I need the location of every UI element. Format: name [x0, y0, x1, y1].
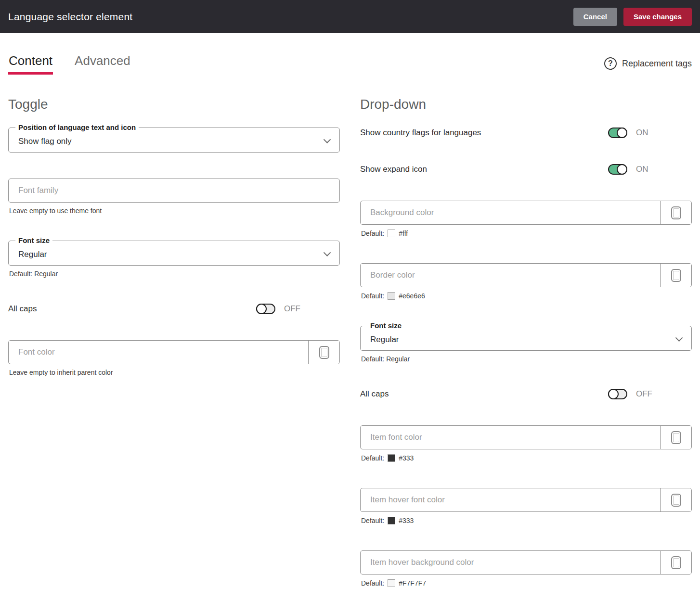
dropdown-all-caps-row: All caps OFF [360, 389, 692, 399]
settings-columns: Toggle Position of language text and ico… [8, 75, 692, 613]
page-title: Language selector element [8, 11, 132, 23]
dropdown-font-size-select[interactable]: Font size Regular [360, 326, 692, 351]
color-swatch-icon [671, 556, 681, 569]
default-value: #F7F7F7 [399, 579, 426, 587]
dropdown-all-caps-label: All caps [360, 389, 389, 399]
toggle-knob [617, 128, 627, 138]
show-expand-icon-state: ON [636, 165, 653, 174]
default-prefix: Default: [361, 454, 384, 462]
item-font-color-group: Default: #333 [360, 425, 692, 462]
font-size-select-value: Regular [18, 250, 47, 259]
dropdown-font-size-value: Regular [370, 335, 399, 345]
title-bar: Language selector element Cancel Save ch… [0, 0, 700, 33]
chevron-down-icon [324, 136, 331, 143]
font-family-helper: Leave empty to use theme font [9, 207, 340, 215]
font-size-group: Font size Regular Default: Regular [8, 241, 340, 278]
default-prefix: Default: [361, 292, 384, 300]
item-hover-font-color-group: Default: #333 [360, 488, 692, 524]
item-font-color-default: Default: #333 [361, 454, 692, 462]
all-caps-toggle[interactable] [256, 304, 275, 314]
item-hover-background-color-field [360, 550, 692, 575]
item-hover-background-color-input[interactable] [361, 551, 660, 574]
all-caps-label: All caps [8, 304, 37, 314]
font-size-helper: Default: Regular [9, 270, 340, 278]
item-font-color-picker-button[interactable] [660, 426, 691, 449]
background-color-default: Default: #fff [361, 230, 692, 237]
border-color-default: Default: #e6e6e6 [361, 292, 692, 300]
font-color-field [8, 340, 340, 364]
font-color-picker-button[interactable] [308, 341, 339, 364]
background-color-input[interactable] [361, 201, 660, 224]
default-prefix: Default: [361, 230, 384, 237]
border-color-field [360, 263, 692, 287]
show-expand-icon-label: Show expand icon [360, 165, 427, 174]
toggle-section-heading: Toggle [8, 97, 340, 112]
default-color-swatch [388, 230, 395, 237]
background-color-picker-button[interactable] [660, 201, 691, 224]
dropdown-font-size-label: Font size [367, 321, 404, 330]
show-expand-icon-toggle[interactable] [608, 164, 627, 175]
item-hover-background-color-picker-button[interactable] [660, 551, 691, 574]
save-changes-button[interactable]: Save changes [623, 8, 692, 26]
show-flags-toggle[interactable] [608, 128, 627, 138]
settings-panel: Content Advanced ? Replacement tags Togg… [0, 33, 700, 613]
default-value: #333 [399, 454, 414, 462]
toggle-knob [608, 389, 619, 399]
all-caps-state: OFF [284, 304, 301, 314]
position-select-value: Show flag only [18, 137, 72, 146]
section-toggle: Toggle Position of language text and ico… [8, 97, 340, 613]
color-swatch-icon [671, 269, 681, 282]
default-value: #e6e6e6 [399, 292, 425, 300]
font-family-group: Leave empty to use theme font [8, 179, 340, 215]
background-color-field [360, 201, 692, 225]
dropdown-section-heading: Drop-down [360, 97, 692, 112]
title-bar-actions: Cancel Save changes [573, 8, 692, 26]
font-size-select[interactable]: Font size Regular [8, 241, 340, 266]
question-mark-icon: ? [604, 57, 617, 70]
item-hover-background-color-default: Default: #F7F7F7 [361, 579, 692, 587]
dropdown-all-caps-state: OFF [636, 389, 653, 399]
item-hover-font-color-input[interactable] [361, 488, 660, 511]
default-prefix: Default: [361, 579, 384, 587]
dropdown-all-caps-toggle[interactable] [608, 389, 627, 399]
chevron-down-icon [675, 334, 683, 342]
item-font-color-field [360, 425, 692, 449]
tab-advanced[interactable]: Advanced [74, 53, 131, 75]
section-dropdown: Drop-down Show country flags for languag… [360, 97, 692, 613]
cancel-button[interactable]: Cancel [573, 8, 617, 26]
font-size-select-label: Font size [15, 236, 52, 245]
color-swatch-icon [671, 431, 681, 444]
dropdown-font-size-group: Font size Regular Default: Regular [360, 326, 692, 363]
replacement-tags-link[interactable]: ? Replacement tags [604, 57, 692, 75]
border-color-input[interactable] [361, 264, 660, 287]
item-font-color-input[interactable] [361, 426, 660, 449]
color-swatch-icon [671, 494, 681, 507]
color-swatch-icon [319, 346, 329, 359]
item-hover-font-color-picker-button[interactable] [660, 488, 691, 511]
border-color-group: Default: #e6e6e6 [360, 263, 692, 300]
color-swatch-icon [671, 206, 681, 219]
tab-bar: Content Advanced [8, 53, 131, 75]
default-color-swatch [388, 454, 395, 462]
tab-content[interactable]: Content [8, 53, 53, 75]
position-select-group: Position of language text and icon Show … [8, 128, 340, 153]
position-select[interactable]: Position of language text and icon Show … [8, 128, 340, 153]
font-color-group: Leave empty to inherit parent color [8, 340, 340, 376]
all-caps-row: All caps OFF [8, 304, 340, 314]
default-color-swatch [388, 517, 395, 524]
default-prefix: Default: [361, 517, 384, 524]
toggle-knob [256, 304, 267, 314]
font-family-input[interactable] [8, 179, 340, 203]
background-color-group: Default: #fff [360, 201, 692, 237]
font-color-input[interactable] [9, 341, 308, 364]
default-color-swatch [388, 292, 395, 300]
default-value: #333 [399, 517, 414, 524]
border-color-picker-button[interactable] [660, 264, 691, 287]
show-expand-icon-row: Show expand icon ON [360, 164, 692, 175]
default-value: #fff [399, 230, 408, 237]
item-hover-font-color-field [360, 488, 692, 512]
item-hover-background-color-group: Default: #F7F7F7 [360, 550, 692, 587]
tabs-row: Content Advanced ? Replacement tags [8, 33, 692, 75]
replacement-tags-label: Replacement tags [622, 59, 692, 69]
chevron-down-icon [324, 249, 331, 256]
